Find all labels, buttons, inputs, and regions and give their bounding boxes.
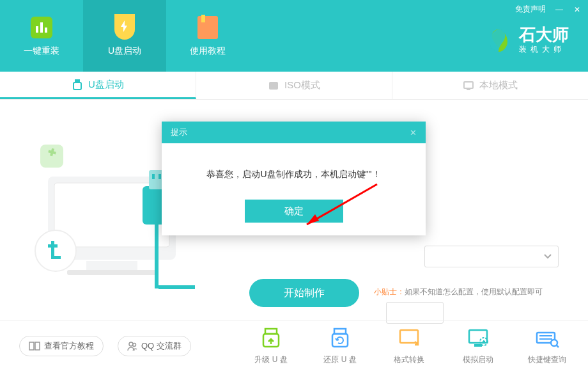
tool-simulate-boot[interactable]: 模拟启动	[456, 326, 500, 365]
svg-rect-4	[197, 16, 218, 39]
nav-usb-boot[interactable]: U盘启动	[83, 0, 166, 72]
monitor-icon	[463, 80, 474, 91]
tab-iso-mode[interactable]: ISO模式	[196, 72, 392, 99]
nav-tutorial[interactable]: 使用教程	[166, 0, 249, 72]
bar-chart-icon	[29, 15, 54, 40]
modal-titlebar: 提示 ✕	[162, 122, 426, 143]
disclaimer-link[interactable]: 免责声明	[515, 4, 546, 15]
convert-icon	[397, 326, 421, 351]
minimize-button[interactable]: —	[555, 5, 564, 14]
tab-label: 本地模式	[479, 79, 518, 91]
svg-rect-21	[155, 225, 159, 288]
nav-label: 一键重装	[24, 45, 59, 57]
svg-rect-14	[67, 270, 157, 275]
keyboard-search-icon	[535, 326, 559, 351]
tab-label: ISO模式	[284, 79, 320, 91]
svg-point-35	[551, 340, 557, 346]
tool-label: 快捷键查询	[528, 354, 566, 365]
link-label: 查看官方教程	[44, 340, 94, 352]
svg-rect-20	[159, 174, 161, 179]
tool-restore-usb[interactable]: 还原 U 盘	[318, 326, 362, 365]
svg-rect-7	[74, 83, 81, 90]
svg-rect-27	[332, 334, 348, 347]
official-tutorial-link[interactable]: 查看官方教程	[19, 336, 104, 356]
brand: 石大师 装机大师	[484, 26, 569, 55]
svg-rect-28	[400, 330, 418, 343]
svg-line-36	[557, 345, 559, 347]
modal-message: 恭喜您，启动U盘制作成功，本机启动键""！	[162, 143, 426, 200]
tool-format-convert[interactable]: 格式转换	[387, 326, 431, 365]
tool-upgrade-usb[interactable]: 升级 U 盘	[249, 326, 293, 365]
nav-label: U盘启动	[108, 45, 141, 57]
shield-usb-icon	[112, 15, 137, 40]
success-modal: 提示 ✕ 恭喜您，启动U盘制作成功，本机启动键""！ 确定	[162, 122, 426, 235]
svg-point-16	[35, 230, 76, 271]
modal-title-text: 提示	[171, 127, 187, 138]
tip-label: 小贴士：	[374, 287, 405, 296]
tab-local-mode[interactable]: 本地模式	[392, 72, 588, 99]
window-controls: 免责声明 — ✕	[515, 4, 582, 15]
iso-icon	[268, 80, 279, 91]
usb-upgrade-icon	[259, 326, 283, 351]
svg-rect-2	[40, 22, 43, 33]
book-open-icon	[29, 342, 40, 351]
svg-rect-10	[467, 89, 470, 90]
book-icon	[195, 15, 220, 40]
config-dropdown[interactable]	[424, 246, 559, 267]
qq-group-link[interactable]: QQ 交流群	[118, 336, 191, 356]
link-label: QQ 交流群	[141, 340, 182, 352]
tool-hotkey-query[interactable]: 快捷键查询	[525, 326, 569, 365]
svg-rect-3	[45, 28, 47, 33]
tip-body: 如果不知道怎么配置，使用默认配置即可	[405, 287, 543, 296]
tool-label: 格式转换	[394, 354, 424, 365]
simulate-icon	[466, 326, 490, 351]
tool-label: 模拟启动	[463, 354, 493, 365]
usb-icon	[72, 79, 83, 90]
tip-text: 小贴士：如果不知道怎么配置，使用默认配置即可	[374, 287, 543, 297]
people-icon	[127, 341, 137, 351]
svg-point-23	[133, 343, 136, 346]
svg-rect-1	[36, 26, 38, 33]
mode-tabs: U盘启动 ISO模式 本地模式	[0, 72, 588, 100]
svg-rect-30	[474, 344, 482, 347]
header: 一键重装 U盘启动 使用教程 免责声明 — ✕ 石大师 装机大师	[0, 0, 588, 72]
tool-label: 还原 U 盘	[323, 354, 356, 365]
tab-label: U盘启动	[88, 79, 124, 91]
brand-subtitle: 装机大师	[519, 44, 569, 55]
chevron-down-icon	[544, 254, 552, 259]
usb-restore-icon	[328, 326, 352, 351]
bottom-toolbar: 查看官方教程 QQ 交流群 升级 U 盘 还原 U 盘 格式转换 模拟启动 快捷…	[0, 320, 588, 371]
tab-usb-boot[interactable]: U盘启动	[0, 72, 196, 99]
start-make-button[interactable]: 开始制作	[249, 279, 359, 307]
svg-rect-5	[201, 15, 205, 22]
tool-label: 升级 U 盘	[254, 354, 287, 365]
svg-rect-9	[464, 82, 473, 88]
nav-reinstall[interactable]: 一键重装	[0, 0, 83, 72]
svg-rect-8	[269, 82, 278, 90]
close-button[interactable]: ✕	[573, 5, 582, 14]
brand-title: 石大师	[519, 26, 569, 44]
nav-label: 使用教程	[190, 45, 226, 57]
modal-close-button[interactable]: ✕	[410, 128, 417, 138]
brand-logo-icon	[484, 26, 513, 54]
modal-ok-button[interactable]: 确定	[245, 200, 343, 223]
svg-rect-13	[86, 261, 137, 270]
svg-rect-19	[152, 174, 155, 179]
